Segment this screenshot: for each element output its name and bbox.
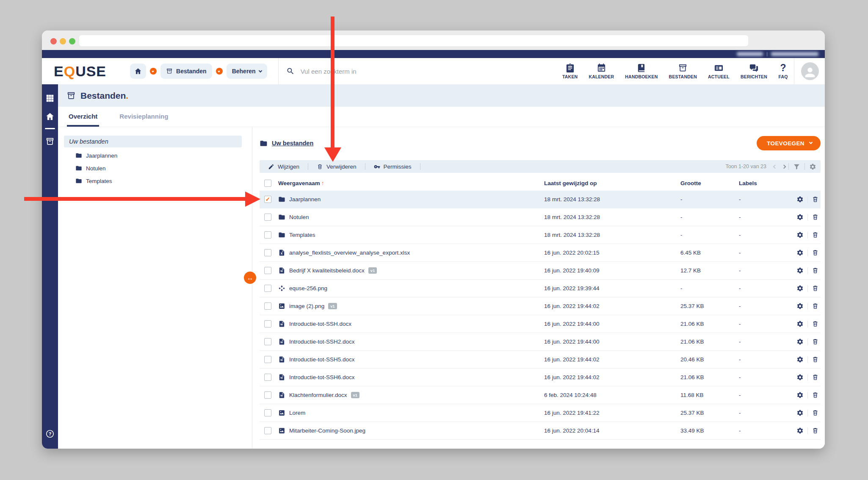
row-checkbox[interactable] [264,302,271,310]
column-header-weergavenaam[interactable]: Weergavenaam↑ [278,180,544,186]
table-row[interactable]: Introductie-tot-SSH.docx 16 jun. 2022 19… [260,315,821,333]
column-header-grootte[interactable]: Grootte [680,180,739,186]
row-delete-trash-icon[interactable] [812,356,819,363]
row-settings-gear-icon[interactable] [796,427,804,434]
toolbar-action-button[interactable]: Wijzigen [260,164,308,170]
table-row[interactable]: Klachtenformulier.docx v1 6 feb. 2024 10… [260,386,821,404]
row-delete-trash-icon[interactable] [812,302,819,310]
table-row[interactable]: Jaarplannen 18 mrt. 2024 13:32:28 - - [260,191,821,208]
row-checkbox[interactable] [264,231,271,239]
row-checkbox[interactable] [264,356,271,363]
row-settings-gear-icon[interactable] [796,267,804,274]
table-row[interactable]: Introductie-tot-SSH6.docx 16 jun. 2022 1… [260,369,821,386]
row-delete-trash-icon[interactable] [812,374,819,381]
row-checkbox[interactable] [264,196,271,203]
file-name: Templates [289,232,315,238]
tree-root-uw-bestanden[interactable]: Uw bestanden [64,136,242,147]
tab[interactable]: Revisieplanning [118,113,170,127]
navbar-item[interactable]: TAKEN [562,63,578,79]
row-checkbox[interactable] [264,391,271,399]
navbar-item[interactable]: KALENDER [589,63,614,79]
breadcrumb-home[interactable] [130,64,146,79]
row-delete-trash-icon[interactable] [812,391,819,399]
search-box[interactable]: Vul een zoekterm in [286,67,357,75]
toolbar-action-button[interactable]: Verwijderen [308,164,365,170]
equse-logo[interactable]: EQUSE [54,63,106,80]
row-delete-trash-icon[interactable] [812,196,819,203]
row-checkbox[interactable] [264,320,271,327]
row-delete-trash-icon[interactable] [812,427,819,434]
row-delete-trash-icon[interactable] [812,249,819,256]
column-header-laatst-gewijzigd[interactable]: Laatst gewijzigd op [544,180,680,186]
row-settings-gear-icon[interactable] [796,196,804,203]
apps-grid-icon[interactable] [45,94,55,103]
row-delete-trash-icon[interactable] [812,285,819,292]
row-settings-gear-icon[interactable] [796,320,804,327]
row-delete-trash-icon[interactable] [812,231,819,239]
sidebar-bestanden-icon[interactable] [45,137,55,146]
tree-folder-item[interactable]: Notulen [58,162,252,175]
table-row[interactable]: Introductie-tot-SSH2.docx 16 jun. 2022 1… [260,333,821,351]
address-bar[interactable] [79,35,748,46]
row-settings-gear-icon[interactable] [796,391,804,399]
row-checkbox[interactable] [264,267,271,274]
row-settings-gear-icon[interactable] [796,302,804,310]
breadcrumb-bestanden[interactable]: Bestanden [160,64,212,79]
toevoegen-button[interactable]: TOEVOEGEN [757,136,821,150]
row-checkbox[interactable] [264,214,271,221]
row-checkbox[interactable] [264,409,271,416]
maximize-window-button[interactable] [69,38,75,44]
table-row[interactable]: Templates 18 mrt. 2024 13:32:28 - - [260,226,821,244]
table-row[interactable]: analyse_flexlists_overview_analyse_expor… [260,244,821,262]
pagination-prev-icon[interactable] [773,164,777,169]
row-settings-gear-icon[interactable] [796,249,804,256]
row-delete-trash-icon[interactable] [812,214,819,221]
row-checkbox[interactable] [264,427,271,434]
filter-icon[interactable] [793,163,800,170]
breadcrumb-beheren-dropdown[interactable]: Beheren [227,64,267,79]
help-icon[interactable]: ? [45,429,55,438]
current-folder-link[interactable]: Uw bestanden [260,139,313,147]
tree-folder-item[interactable]: Templates [58,175,252,187]
row-settings-gear-icon[interactable] [796,285,804,292]
minimize-window-button[interactable] [60,38,66,44]
close-window-button[interactable] [50,38,57,44]
row-delete-trash-icon[interactable] [812,409,819,416]
table-row[interactable]: Lorem 16 jun. 2022 19:41:22 25.37 KB - [260,404,821,422]
row-checkbox[interactable] [264,249,271,256]
tree-folder-item[interactable]: Jaarplannen [58,149,252,162]
row-checkbox[interactable] [264,338,271,345]
pagination-next-icon[interactable] [782,164,786,169]
actions-separator [807,303,808,310]
column-header-labels[interactable]: Labels [739,180,785,186]
select-all-checkbox[interactable] [264,180,271,187]
toolbar-action-button[interactable]: Permissies [365,164,420,170]
navbar-item[interactable]: ACTUEEL [708,63,730,79]
row-settings-gear-icon[interactable] [796,214,804,221]
tab[interactable]: Overzicht [67,113,99,127]
table-row[interactable]: image (2).png v1 16 jun. 2022 19:44:02 2… [260,297,821,315]
navbar-item[interactable]: BERICHTEN [741,63,767,79]
navbar-item[interactable]: ? FAQ [778,63,788,79]
table-row[interactable]: equse-256.png 16 jun. 2022 19:39:44 - - [260,280,821,297]
panel-resize-handle[interactable]: ↔ [244,272,256,284]
row-settings-gear-icon[interactable] [796,231,804,239]
row-delete-trash-icon[interactable] [812,338,819,345]
navbar-item[interactable]: HANDBOEKEN [625,63,658,79]
row-delete-trash-icon[interactable] [812,320,819,327]
row-delete-trash-icon[interactable] [812,267,819,274]
sidebar-home-icon[interactable] [45,112,55,121]
row-settings-gear-icon[interactable] [796,374,804,381]
row-settings-gear-icon[interactable] [796,356,804,363]
row-checkbox[interactable] [264,285,271,292]
table-row[interactable]: Notulen 18 mrt. 2024 13:32:28 - - [260,208,821,226]
user-avatar[interactable] [801,62,819,80]
navbar-item[interactable]: BESTANDEN [669,63,697,79]
row-settings-gear-icon[interactable] [796,409,804,416]
table-settings-gear-icon[interactable] [809,163,816,170]
table-row[interactable]: Bedrijf X kwaliteitsbeleid.docx v1 16 ju… [260,262,821,280]
row-checkbox[interactable] [264,374,271,381]
table-row[interactable]: Introductie-tot-SSH5.docx 16 jun. 2022 1… [260,351,821,369]
row-settings-gear-icon[interactable] [796,338,804,345]
table-row[interactable]: Mitarbeiter-Coming-Soon.jpeg 16 jun. 202… [260,422,821,440]
